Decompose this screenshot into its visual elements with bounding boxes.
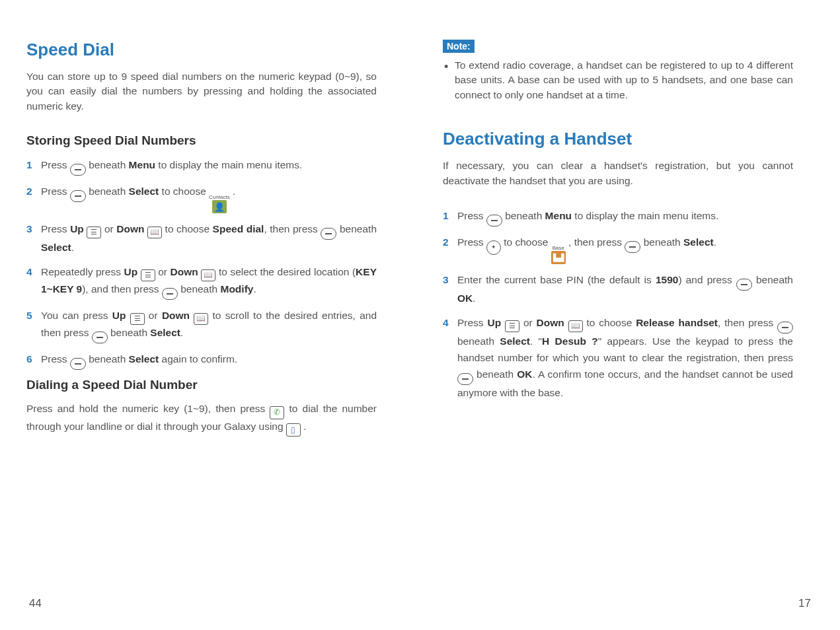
softkey-icon <box>70 358 86 370</box>
step-number: 1 <box>443 208 451 227</box>
dstep-1: 1 Press beneath Menu to display the main… <box>443 208 793 227</box>
softkey-icon <box>162 288 178 300</box>
step-number: 5 <box>26 308 34 343</box>
softkey-icon <box>70 190 86 202</box>
step-number: 3 <box>26 221 34 256</box>
step-number: 1 <box>26 157 34 176</box>
step-number: 6 <box>26 351 34 370</box>
softkey-icon <box>625 241 640 253</box>
step-number: 2 <box>443 234 451 264</box>
deactivate-steps: 1 Press beneath Menu to display the main… <box>443 208 793 401</box>
softkey-icon <box>92 332 108 343</box>
deactivate-intro: If necessary, you can clear a handset's … <box>443 158 793 188</box>
step-text: Press Up ☰ or Down 📖 to choose Release h… <box>457 315 793 401</box>
step-text: Enter the current base PIN (the default … <box>457 272 793 307</box>
right-column: Note: To extend radio coverage, a handse… <box>443 40 793 437</box>
step-number: 4 <box>443 315 451 401</box>
speed-dial-intro: You can store up to 9 speed dial numbers… <box>26 69 377 114</box>
down-key-icon: 📖 <box>194 313 208 325</box>
step-text: Press beneath Select again to confirm. <box>41 351 377 370</box>
base-icon: Base▙▟ <box>551 246 566 264</box>
step-text: Press beneath Select to choose Contacts👤… <box>41 184 377 213</box>
up-key-icon: ☰ <box>505 320 519 332</box>
softkey-icon <box>777 322 793 333</box>
dialing-text: Press and hold the numeric key (1~9), th… <box>26 402 377 437</box>
softkey-icon <box>321 228 336 240</box>
step-text: You can press Up ☰ or Down 📖 to scroll t… <box>41 308 377 343</box>
step-text: Press Up ☰ or Down 📖 to choose Speed dia… <box>41 221 377 256</box>
page-number-right: 17 <box>798 597 811 610</box>
step-5: 5 You can press Up ☰ or Down 📖 to scroll… <box>26 308 377 343</box>
galaxy-key-icon: ▯ <box>286 423 301 437</box>
down-key-icon: 📖 <box>147 227 162 238</box>
step-text: Press beneath Menu to display the main m… <box>457 208 793 227</box>
softkey-icon <box>736 279 752 291</box>
up-key-icon: ☰ <box>130 313 145 325</box>
softkey-icon <box>70 164 86 176</box>
nav-key-icon: ✦ <box>486 240 501 255</box>
dstep-4: 4 Press Up ☰ or Down 📖 to choose Release… <box>443 315 793 401</box>
down-key-icon: 📖 <box>201 269 215 281</box>
step-text: Repeatedly press Up ☰ or Down 📖 to selec… <box>41 264 377 300</box>
page-spread: Speed Dial You can store up to 9 speed d… <box>0 0 840 437</box>
call-key-icon: ✆ <box>270 406 284 419</box>
page-number-left: 44 <box>29 597 42 610</box>
note-badge: Note: <box>443 40 475 53</box>
step-text: Press ✦ to choose Base▙▟ , then press be… <box>457 234 793 264</box>
heading-speed-dial: Speed Dial <box>26 40 377 60</box>
dstep-2: 2 Press ✦ to choose Base▙▟ , then press … <box>443 234 793 264</box>
note-list: To extend radio coverage, a handset can … <box>443 58 793 102</box>
subheading-dialing: Dialing a Speed Dial Number <box>26 378 377 392</box>
down-key-icon: 📖 <box>568 320 583 332</box>
step-1: 1 Press beneath Menu to display the main… <box>26 157 377 176</box>
up-key-icon: ☰ <box>87 227 101 238</box>
left-column: Speed Dial You can store up to 9 speed d… <box>26 40 377 437</box>
subheading-storing: Storing Speed Dial Numbers <box>26 133 377 148</box>
step-text: Press beneath Menu to display the main m… <box>41 157 377 176</box>
step-number: 2 <box>26 184 34 213</box>
step-3: 3 Press Up ☰ or Down 📖 to choose Speed d… <box>26 221 377 256</box>
step-4: 4 Repeatedly press Up ☰ or Down 📖 to sel… <box>26 264 377 300</box>
note-item: To extend radio coverage, a handset can … <box>455 58 793 102</box>
dstep-3: 3 Enter the current base PIN (the defaul… <box>443 272 793 307</box>
step-2: 2 Press beneath Select to choose Contact… <box>26 184 377 213</box>
step-6: 6 Press beneath Select again to confirm. <box>26 351 377 370</box>
step-number: 3 <box>443 272 451 307</box>
step-number: 4 <box>26 264 34 300</box>
storing-steps: 1 Press beneath Menu to display the main… <box>26 157 377 369</box>
up-key-icon: ☰ <box>141 269 155 281</box>
softkey-icon <box>457 373 473 385</box>
softkey-icon <box>486 215 502 227</box>
contacts-icon: Contacts👤 <box>209 195 230 213</box>
heading-deactivate: Deactivating a Handset <box>443 129 793 149</box>
